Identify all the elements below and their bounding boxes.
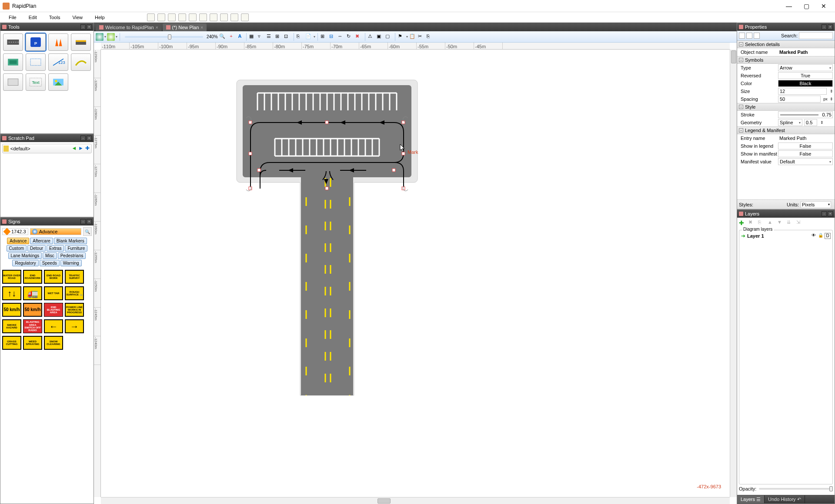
vertical-scrollbar[interactable] (730, 50, 737, 497)
panel-collapse-icon[interactable]: - (822, 211, 827, 216)
grid-icon[interactable]: ▦ (249, 33, 257, 41)
toolbar-save-icon[interactable] (178, 13, 186, 21)
sign-tile[interactable]: ROUGH SURFACE 🚲 (65, 286, 84, 300)
scrollbar-thumb[interactable] (731, 50, 736, 63)
ruler-icon[interactable]: ⊡ (284, 33, 291, 41)
prop-sort-icon[interactable] (746, 33, 752, 39)
tab-welcome[interactable]: Welcome to RapidPlan× (96, 23, 162, 31)
panel-collapse-icon[interactable]: - (80, 136, 86, 141)
dropdown-icon[interactable]: ▾ (314, 35, 315, 39)
tab-close-icon[interactable]: × (156, 25, 158, 30)
parking-lot-drawing[interactable]: Marked Path (236, 76, 418, 397)
prev-icon[interactable]: ◄ (71, 145, 77, 152)
toolbar-open-icon[interactable] (157, 13, 165, 21)
layer-color-icon[interactable]: D (825, 233, 831, 239)
clipboard-icon[interactable]: 📋 (409, 33, 417, 41)
dropdown-icon[interactable]: ▾ (116, 35, 117, 39)
properties-header[interactable]: Properties - × (737, 23, 835, 31)
horizontal-scrollbar[interactable] (101, 497, 730, 504)
sign-tile[interactable]: 50 km/h (23, 303, 42, 317)
sign-tile[interactable]: WATER OVER ROAD (2, 270, 21, 284)
sign-category-tab[interactable]: Aftercare (30, 238, 53, 244)
refresh-icon[interactable] (107, 33, 115, 41)
sign-tile[interactable]: POWER LINE WORKS IN PROGRESS (65, 303, 84, 317)
menu-view[interactable]: View (66, 14, 89, 21)
merge-icon[interactable]: ⇊ (787, 219, 794, 226)
duplicate-icon[interactable]: ⎘ (426, 33, 434, 41)
list-icon[interactable]: ☰ (266, 33, 274, 41)
menu-file[interactable]: File (3, 14, 23, 21)
warning-icon[interactable]: ⚠ (367, 33, 375, 41)
flatten-icon[interactable]: ⇲ (796, 219, 803, 226)
tool-parking[interactable]: P (26, 33, 46, 51)
tab-new-plan[interactable]: (*) New Plan× (163, 23, 207, 31)
size-spinner-icon[interactable]: ⇕ (828, 89, 835, 93)
tool-workarea[interactable] (71, 33, 91, 51)
move-up-icon[interactable]: ▲ (768, 219, 775, 226)
scrollbar-thumb[interactable] (377, 498, 391, 504)
duplicate-layer-icon[interactable]: ⎘ (758, 219, 765, 226)
scratch-name-input[interactable] (10, 146, 70, 151)
sign-tile[interactable]: BLASTING AREA SWITCH OFF RADIO (23, 319, 42, 333)
panel-collapse-icon[interactable]: - (80, 219, 86, 224)
next-icon[interactable]: ► (78, 145, 84, 152)
val-show-manifest[interactable]: False (778, 150, 833, 157)
sign-category-tab[interactable]: Blank Markers (54, 238, 87, 244)
opacity-thumb[interactable] (829, 486, 833, 491)
sign-tile[interactable]: END BLASTING AREA (44, 303, 63, 317)
sign-tile[interactable]: END ROAD WORK (44, 270, 63, 284)
sign-category-tab[interactable]: Warning (60, 260, 82, 266)
zoom-fit-icon[interactable]: 🔍 (219, 33, 227, 41)
scratch-default-row[interactable]: ◄ ► ✚ (2, 144, 92, 153)
toolbar-folder-icon[interactable] (168, 13, 176, 21)
toolbar-exit-icon[interactable] (241, 13, 249, 21)
panel-close-icon[interactable]: × (87, 136, 92, 141)
visibility-icon[interactable]: 👁 (811, 233, 817, 239)
sign-category-tab[interactable]: Furniture (65, 245, 87, 252)
sign-tile[interactable]: GRASS CUTTING (2, 336, 21, 350)
tool-road[interactable] (3, 33, 23, 51)
add-icon[interactable]: ✚ (85, 145, 90, 152)
sign-tile[interactable]: → (65, 319, 84, 333)
sign-category-tab[interactable]: Custom (7, 245, 27, 252)
sign-tile[interactable]: END ROADWORK (23, 270, 42, 284)
flag-icon[interactable]: ⚑ (397, 33, 405, 41)
dropdown-icon[interactable]: ▾ (104, 35, 106, 39)
panel-close-icon[interactable]: × (87, 219, 92, 224)
tool-measure[interactable]: 123 (48, 53, 68, 71)
toolbar-refresh-icon[interactable] (220, 13, 228, 21)
zoom-slider[interactable] (125, 36, 203, 38)
close-button[interactable]: ✕ (815, 0, 832, 12)
prop-view-icon[interactable] (739, 33, 745, 39)
sign-category-tab[interactable]: Speeds (40, 260, 60, 266)
group-symbols[interactable]: -Symbols (737, 56, 835, 64)
tool-text[interactable]: Text (26, 73, 46, 91)
toolbar-check-icon[interactable] (230, 13, 238, 21)
menu-tools[interactable]: Tools (43, 14, 67, 21)
sign-category-tab[interactable]: Detour (27, 245, 46, 252)
spacing-spinner-icon[interactable]: ⇕ (828, 97, 835, 101)
sign-tile[interactable]: ↑↓ (2, 286, 21, 300)
sign-tile[interactable]: TRAFFIC SURVEY (65, 270, 84, 284)
lock-icon[interactable]: 🔒 (818, 233, 824, 239)
delete-layer-icon[interactable]: ✖ (748, 219, 755, 226)
sign-tile[interactable]: SMOKE HAZARD (2, 319, 21, 333)
tab-close-icon[interactable]: × (200, 25, 203, 30)
sign-category-tab[interactable]: Extras (47, 245, 64, 252)
add-layer-icon[interactable]: ✚ (739, 219, 746, 226)
move-down-icon[interactable]: ▼ (777, 219, 784, 226)
signs-category-dropdown[interactable]: Advance (30, 228, 81, 235)
layer-row[interactable]: ➔ Layer 1 👁 🔒 D (741, 232, 831, 240)
toolbar-print-icon[interactable] (189, 13, 197, 21)
signs-panel-header[interactable]: Signs - × (0, 218, 94, 225)
tab-undo-history[interactable]: Undo History↶ (765, 495, 805, 503)
val-spacing[interactable]: 50 (778, 96, 821, 103)
toolbar-export-icon[interactable] (199, 13, 207, 21)
tool-delineator[interactable] (48, 33, 68, 51)
sign-category-tab[interactable]: Pedestrians (58, 252, 86, 259)
sign-tile[interactable]: ← (44, 319, 63, 333)
val-size[interactable]: 12 (778, 88, 827, 95)
menu-help[interactable]: Help (89, 14, 111, 21)
crosshair-icon[interactable]: + (227, 33, 235, 41)
sign-category-tab[interactable]: Advance (7, 238, 29, 244)
